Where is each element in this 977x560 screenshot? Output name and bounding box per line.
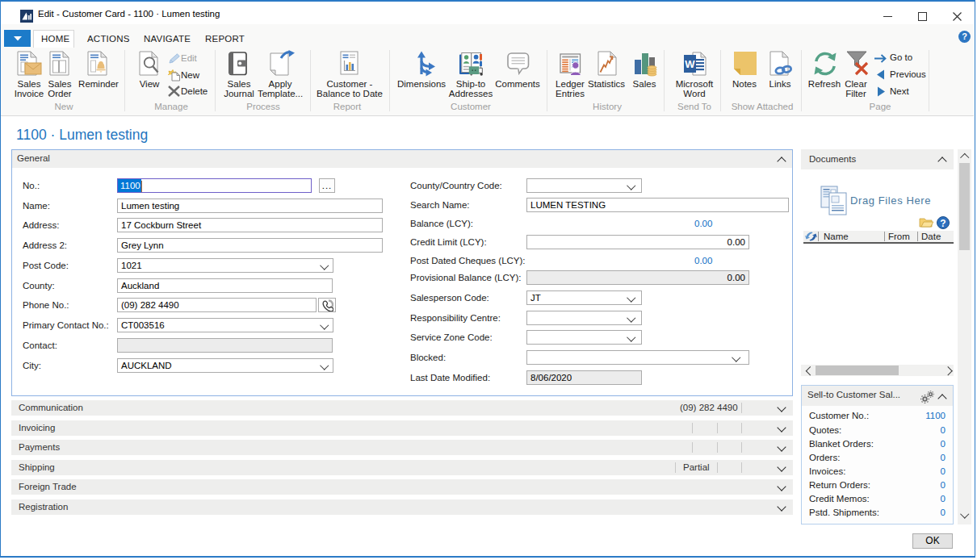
svg-text:W: W xyxy=(685,58,695,70)
